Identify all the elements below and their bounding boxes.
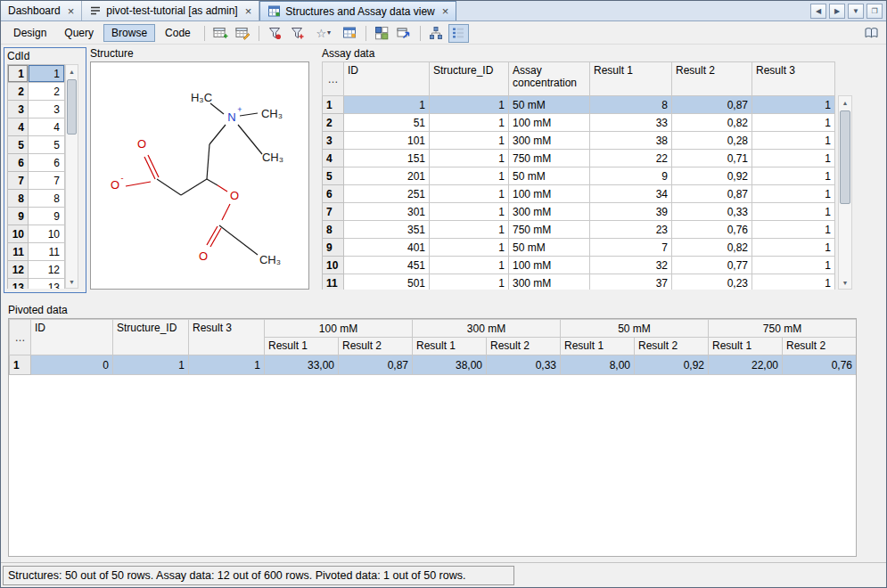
pivot-col-structure-id[interactable]: Structure_ID: [113, 320, 189, 355]
assay-cell-result1[interactable]: 37: [590, 274, 672, 290]
assay-cell-id[interactable]: 501: [344, 274, 430, 290]
assay-cell-result2[interactable]: 0,92: [672, 167, 752, 185]
row-number-cell[interactable]: 10: [8, 225, 29, 243]
pivot-group-750mm[interactable]: 750 mM: [709, 320, 857, 338]
assay-cell-result1[interactable]: 22: [590, 150, 672, 167]
assay-cell-concentration[interactable]: 750 mM: [509, 221, 590, 239]
row-number-cell[interactable]: 6: [8, 154, 29, 172]
assay-cell-structure-id[interactable]: 1: [430, 274, 509, 290]
assay-cell-structure-id[interactable]: 1: [430, 203, 509, 221]
row-number-cell[interactable]: 7: [323, 203, 344, 221]
assay-cell-result2[interactable]: 0,23: [672, 274, 752, 290]
table-properties-button[interactable]: …: [10, 320, 31, 355]
row-number-cell[interactable]: 3: [8, 101, 29, 118]
scrollbar-thumb[interactable]: [67, 79, 77, 135]
cdid-value-cell[interactable]: 2: [29, 83, 65, 101]
row-number-cell[interactable]: 8: [323, 221, 344, 239]
row-number-cell[interactable]: 9: [323, 239, 344, 257]
assay-cell-result3[interactable]: 1: [752, 96, 835, 114]
assay-cell-result1[interactable]: 34: [590, 185, 672, 203]
table-properties-button[interactable]: …: [323, 62, 344, 96]
pivot-cell-value[interactable]: 8,00: [561, 355, 635, 375]
assay-cell-structure-id[interactable]: 1: [430, 114, 509, 132]
design-button[interactable]: Design: [5, 24, 54, 42]
assay-cell-result3[interactable]: 1: [752, 221, 835, 239]
cdid-row[interactable]: 8 8: [8, 190, 65, 208]
assay-row[interactable]: 6 251 1 100 mM 34 0,87 1: [323, 185, 835, 203]
cdid-value-cell[interactable]: 9: [29, 208, 65, 225]
cdid-row[interactable]: 11 11: [8, 243, 65, 261]
assay-cell-result3[interactable]: 1: [752, 257, 835, 274]
pivot-cell-value[interactable]: 33,00: [265, 355, 339, 375]
assay-cell-structure-id[interactable]: 1: [430, 185, 509, 203]
row-number-cell[interactable]: 1: [10, 355, 31, 375]
assay-row[interactable]: 11 501 1 300 mM 37 0,23 1: [323, 274, 835, 290]
tab-dashboard[interactable]: Dashboard ×: [1, 1, 82, 20]
favorites-button[interactable]: ☆ ▾: [309, 24, 338, 43]
assay-col-structure-id[interactable]: Structure_ID: [430, 62, 509, 96]
pivot-group-300mm[interactable]: 300 mM: [413, 320, 561, 338]
assay-cell-concentration[interactable]: 50 mM: [509, 239, 590, 257]
assay-col-result3[interactable]: Result 3: [752, 62, 835, 96]
pivot-cell-value[interactable]: 0,76: [783, 355, 857, 375]
assay-row[interactable]: 5 201 1 50 mM 9 0,92 1: [323, 167, 835, 185]
assay-cell-structure-id[interactable]: 1: [430, 132, 509, 150]
assay-row[interactable]: 2 51 1 100 mM 33 0,82 1: [323, 114, 835, 132]
row-number-cell[interactable]: 2: [323, 114, 344, 132]
assay-cell-id[interactable]: 101: [344, 132, 430, 150]
pivot-col-id[interactable]: ID: [31, 320, 113, 355]
cdid-row[interactable]: 9 9: [8, 208, 65, 225]
cdid-row[interactable]: 5 5: [8, 136, 65, 154]
scroll-tabs-left-button[interactable]: ◀: [810, 4, 826, 19]
assay-cell-structure-id[interactable]: 1: [430, 150, 509, 167]
assay-cell-id[interactable]: 201: [344, 167, 430, 185]
pivot-cell-result3[interactable]: 1: [189, 355, 265, 375]
scrollbar-thumb[interactable]: [840, 110, 850, 204]
pivot-subcol-result2[interactable]: Result 2: [339, 338, 413, 355]
assay-cell-id[interactable]: 451: [344, 257, 430, 274]
row-number-cell[interactable]: 1: [8, 65, 29, 83]
row-number-cell[interactable]: 4: [323, 150, 344, 167]
assay-cell-concentration[interactable]: 50 mM: [509, 167, 590, 185]
view-window-button[interactable]: [340, 24, 360, 43]
cdid-row[interactable]: 4 4: [8, 118, 65, 136]
cdid-value-cell[interactable]: 5: [29, 136, 65, 154]
browse-button[interactable]: Browse: [103, 24, 155, 42]
query-button[interactable]: Query: [56, 24, 102, 42]
new-grid-view-button[interactable]: [210, 24, 231, 43]
maximize-window-button[interactable]: ❐: [866, 4, 883, 19]
assay-col-id[interactable]: ID: [344, 62, 430, 96]
pivot-row[interactable]: 1 0 1 1 33,00 0,87 38,00 0,33 8,00 0,92 …: [10, 355, 857, 375]
tree-view-button[interactable]: [426, 24, 447, 43]
row-number-cell[interactable]: 13: [8, 279, 29, 290]
scroll-down-icon[interactable]: ▼: [839, 276, 851, 289]
row-number-cell[interactable]: 5: [8, 136, 29, 154]
assay-cell-result3[interactable]: 1: [752, 132, 835, 150]
pivot-cell-id[interactable]: 0: [31, 355, 113, 375]
pivot-cell-value[interactable]: 0,92: [635, 355, 709, 375]
assay-cell-result2[interactable]: 0,71: [672, 150, 752, 167]
pivot-subcol-result2[interactable]: Result 2: [783, 338, 857, 355]
row-number-cell[interactable]: 2: [8, 83, 29, 101]
assay-cell-structure-id[interactable]: 1: [430, 167, 509, 185]
assay-cell-concentration[interactable]: 50 mM: [509, 96, 590, 114]
assay-cell-result1[interactable]: 9: [590, 167, 672, 185]
assay-cell-result2[interactable]: 0,87: [672, 185, 752, 203]
row-number-cell[interactable]: 5: [323, 167, 344, 185]
assay-row[interactable]: 1 1 1 50 mM 8 0,87 1: [323, 96, 835, 114]
assay-cell-result1[interactable]: 8: [590, 96, 672, 114]
assay-cell-result3[interactable]: 1: [752, 239, 835, 257]
row-number-cell[interactable]: 9: [8, 208, 29, 225]
assay-cell-concentration[interactable]: 300 mM: [509, 132, 590, 150]
pivot-subcol-result1[interactable]: Result 1: [265, 338, 339, 355]
assay-cell-result1[interactable]: 38: [590, 132, 672, 150]
assay-cell-result1[interactable]: 7: [590, 239, 672, 257]
scroll-up-icon[interactable]: ▲: [66, 65, 78, 78]
assay-cell-result1[interactable]: 23: [590, 221, 672, 239]
assay-cell-id[interactable]: 51: [344, 114, 430, 132]
grid-view-mode-button[interactable]: [448, 24, 469, 43]
pivot-group-50mm[interactable]: 50 mM: [561, 320, 709, 338]
row-number-cell[interactable]: 3: [323, 132, 344, 150]
assay-cell-concentration[interactable]: 750 mM: [509, 150, 590, 167]
assay-cell-id[interactable]: 151: [344, 150, 430, 167]
